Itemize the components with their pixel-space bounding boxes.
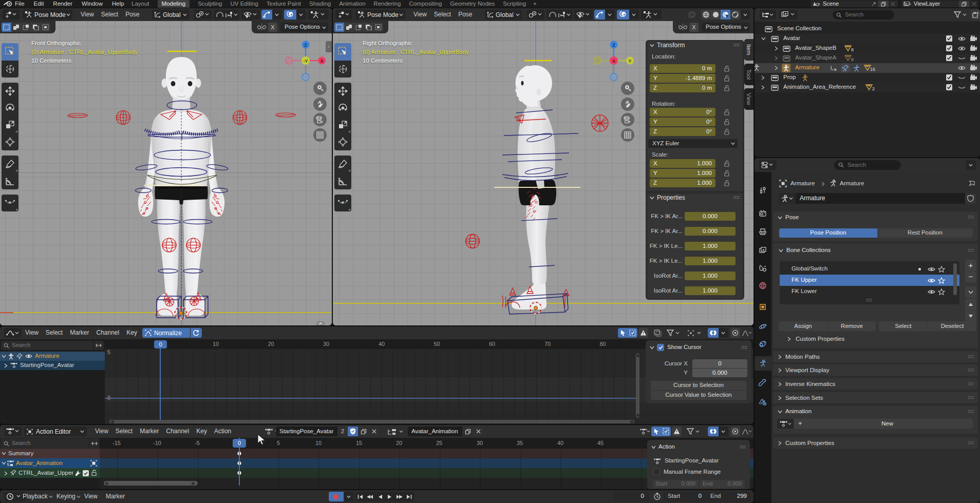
svg-text:X: X [320,59,323,64]
svg-text:20: 20 [268,341,274,347]
svg-text:Z: Z [612,43,615,48]
svg-text:50: 50 [434,341,440,347]
svg-text:-Y: -Y [304,59,308,64]
svg-text:30: 30 [323,341,329,347]
svg-text:X: X [612,59,615,64]
svg-text:0: 0 [159,341,162,347]
svg-text:40: 40 [379,341,385,347]
svg-text:Y: Y [628,59,631,64]
svg-text:10: 10 [213,341,219,347]
svg-text:70: 70 [544,341,551,347]
svg-text:80: 80 [599,341,606,347]
svg-text:60: 60 [489,341,495,347]
svg-text:Z: Z [304,43,307,48]
